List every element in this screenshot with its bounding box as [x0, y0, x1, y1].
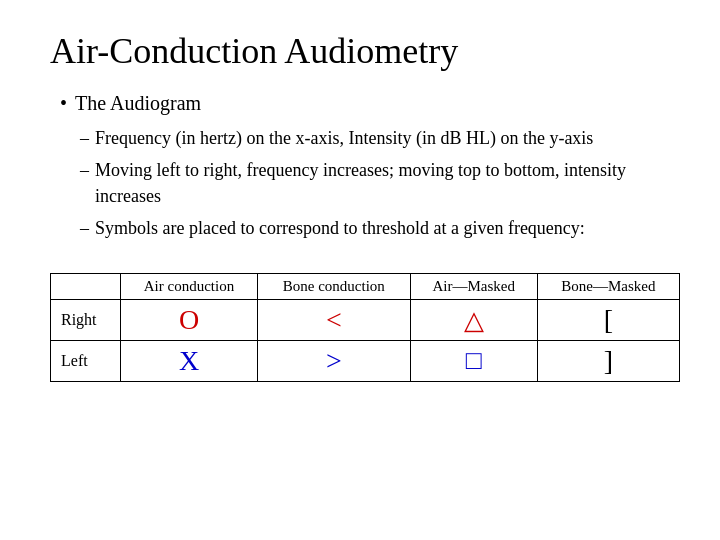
- sub-bullet-text-3: Symbols are placed to correspond to thre…: [95, 215, 585, 241]
- left-air-conduction-symbol: X: [120, 341, 257, 382]
- bullet-label: The Audiogram: [75, 92, 201, 115]
- page-title: Air-Conduction Audiometry: [50, 30, 680, 72]
- bullet-dot: •: [60, 92, 67, 115]
- bullet-section: • The Audiogram – Frequency (in hertz) o…: [60, 92, 680, 247]
- right-air-masked-symbol: △: [410, 300, 537, 341]
- col-header-air-conduction: Air conduction: [120, 274, 257, 300]
- symbol-table-container: Air conduction Bone conduction Air—Maske…: [50, 273, 680, 382]
- right-air-conduction-symbol: O: [120, 300, 257, 341]
- page: Air-Conduction Audiometry • The Audiogra…: [0, 0, 720, 540]
- symbol-table: Air conduction Bone conduction Air—Maske…: [50, 273, 680, 382]
- dash-2: –: [80, 157, 89, 183]
- col-header-bone-masked: Bone—Masked: [537, 274, 679, 300]
- table-header-row: Air conduction Bone conduction Air—Maske…: [51, 274, 680, 300]
- sub-bullets: – Frequency (in hertz) on the x-axis, In…: [80, 125, 680, 241]
- right-bone-conduction-symbol: <: [258, 300, 410, 341]
- left-air-masked-symbol: □: [410, 341, 537, 382]
- table-row-right: Right O < △ [: [51, 300, 680, 341]
- col-header-bone-conduction: Bone conduction: [258, 274, 410, 300]
- col-header-air-masked: Air—Masked: [410, 274, 537, 300]
- sub-bullet-text-1: Frequency (in hertz) on the x-axis, Inte…: [95, 125, 593, 151]
- row-label-right: Right: [51, 300, 121, 341]
- sub-bullet-2: – Moving left to right, frequency increa…: [80, 157, 680, 209]
- sub-bullet-3: – Symbols are placed to correspond to th…: [80, 215, 680, 241]
- bullet-main: • The Audiogram: [60, 92, 680, 115]
- left-bone-conduction-symbol: >: [258, 341, 410, 382]
- dash-1: –: [80, 125, 89, 151]
- table-row-left: Left X > □ ]: [51, 341, 680, 382]
- col-header-empty: [51, 274, 121, 300]
- sub-bullet-1: – Frequency (in hertz) on the x-axis, In…: [80, 125, 680, 151]
- row-label-left: Left: [51, 341, 121, 382]
- sub-bullet-text-2: Moving left to right, frequency increase…: [95, 157, 680, 209]
- left-bone-masked-symbol: ]: [537, 341, 679, 382]
- right-bone-masked-symbol: [: [537, 300, 679, 341]
- dash-3: –: [80, 215, 89, 241]
